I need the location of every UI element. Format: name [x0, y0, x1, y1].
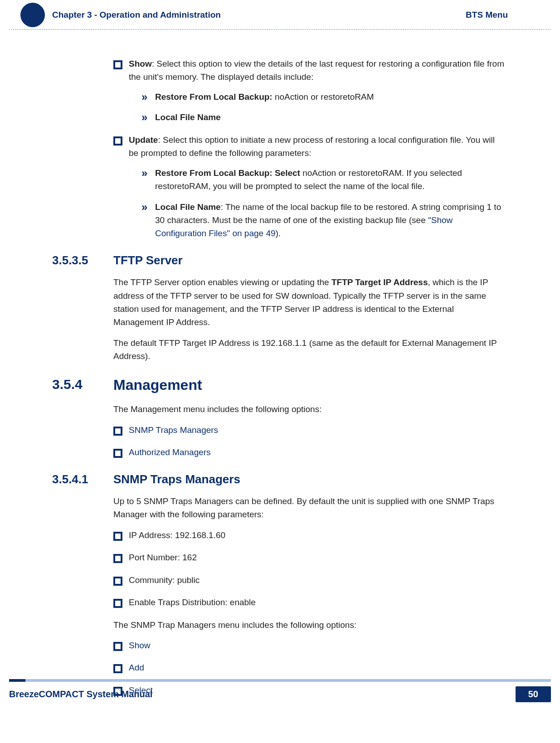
page-number: 50 [516, 686, 551, 702]
page-content: Show: Select this option to view the det… [52, 30, 508, 697]
sub-label: Restore From Local Backup: Select [155, 168, 300, 178]
section-title: Management [113, 374, 506, 397]
page-header: Chapter 3 - Operation and Administration… [52, 0, 508, 20]
section-number: 3.5.4 [52, 374, 83, 395]
list-item: Show: Select this option to view the det… [113, 57, 506, 124]
list-item: SNMP Traps Managers [113, 423, 506, 437]
section-number: 3.5.4.1 [52, 470, 88, 488]
internal-link[interactable]: Add [129, 663, 144, 672]
manual-title: BreezeCOMPACT System Manual [9, 689, 516, 699]
list-item: Add [113, 661, 506, 674]
section-number: 3.5.3.5 [52, 251, 88, 269]
sub-label: Local File Name [155, 112, 221, 122]
list-item: IP Address: 192.168.1.60 [113, 529, 506, 542]
sub-item: Restore From Local Backup: noAction or r… [141, 90, 506, 103]
section-title: SNMP Traps Managers [113, 470, 506, 488]
top-bullet-list: Show: Select this option to view the det… [113, 57, 506, 240]
sub-item: Local File Name [141, 111, 506, 124]
item-text: : Select this option to initiate a new p… [129, 135, 495, 158]
list-item: Enable Traps Distribution: enable [113, 596, 506, 609]
sub-item: Local File Name: The name of the local b… [141, 200, 506, 240]
internal-link[interactable]: SNMP Traps Managers [129, 425, 218, 435]
link-list: SNMP Traps Managers Authorized Managers [113, 423, 506, 459]
list-item: Update: Select this option to initiate a… [113, 133, 506, 240]
sub-label: Local File Name [155, 202, 221, 212]
header-circle-icon [20, 3, 45, 27]
section-heading: 3.5.4 Management [113, 374, 506, 397]
chapter-title: Chapter 3 - Operation and Administration [52, 10, 466, 20]
list-item: Show [113, 639, 506, 652]
section-title: TFTP Server [113, 251, 506, 269]
section-heading: 3.5.4.1 SNMP Traps Managers [113, 470, 506, 488]
paragraph: The TFTP Server option enables viewing o… [113, 276, 506, 329]
sub-list: Restore From Local Backup: Select noActi… [129, 166, 506, 240]
item-text: : Select this option to view the details… [129, 59, 504, 82]
paragraph: The Management menu includes the followi… [113, 403, 506, 416]
sub-label: Restore From Local Backup: [155, 92, 273, 102]
item-label: Show [129, 59, 152, 68]
sub-list: Restore From Local Backup: noAction or r… [129, 90, 506, 124]
sub-text: noAction or restoretoRAM [273, 92, 374, 102]
list-item: Authorized Managers [113, 446, 506, 459]
paragraph: The SNMP Trap Managers menu includes the… [113, 618, 506, 631]
section-heading: 3.5.3.5 TFTP Server [113, 251, 506, 269]
text: The TFTP Server option enables viewing o… [113, 277, 331, 287]
param-list: IP Address: 192.168.1.60 Port Number: 16… [113, 529, 506, 609]
list-item: Community: public [113, 573, 506, 587]
internal-link[interactable]: Show [129, 641, 151, 650]
bold-text: TFTP Target IP Address [331, 277, 428, 287]
footer-divider [9, 679, 551, 682]
item-label: Update [129, 135, 158, 145]
paragraph: The default TFTP Target IP Address is 19… [113, 336, 506, 363]
internal-link[interactable]: Authorized Managers [129, 447, 211, 457]
paragraph: Up to 5 SNMP Traps Managers can be defin… [113, 495, 506, 521]
page-footer: BreezeCOMPACT System Manual 50 [0, 679, 560, 702]
list-item: Port Number: 162 [113, 551, 506, 564]
menu-title: BTS Menu [466, 10, 508, 20]
sub-text: ). [276, 228, 281, 238]
sub-item: Restore From Local Backup: Select noActi… [141, 166, 506, 193]
